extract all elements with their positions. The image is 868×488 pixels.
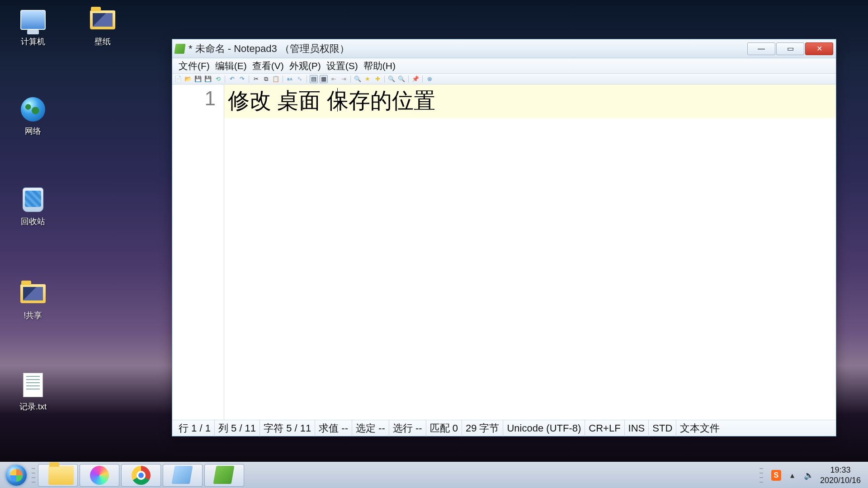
folder-icon <box>48 466 74 485</box>
pin-icon[interactable]: 📌 <box>411 75 420 83</box>
tray-grip[interactable] <box>760 466 763 484</box>
status-char[interactable]: 字符 5 / 11 <box>260 420 315 436</box>
desktop-icon-network[interactable]: 网络 <box>8 95 58 136</box>
titlebar[interactable]: * 未命名 - Notepad3 （管理员权限） — ▭ ✕ <box>172 39 836 58</box>
case-icon[interactable]: ᵇₐ <box>296 75 304 83</box>
desktop-icon-label: 网络 <box>25 126 41 136</box>
redo-icon[interactable]: ↷ <box>238 75 246 83</box>
taskbar-explorer[interactable] <box>38 464 78 487</box>
status-match[interactable]: 匹配 0 <box>426 420 462 436</box>
desktop-icon-notes[interactable]: 记录.txt <box>8 371 58 412</box>
minimize-button[interactable]: — <box>747 42 775 55</box>
status-sel[interactable]: 选定 -- <box>352 420 389 436</box>
undo-icon[interactable]: ↶ <box>228 75 236 83</box>
find-icon[interactable]: 🔍 <box>354 75 362 83</box>
toolbar: 📄 📂 💾 💾 ⟲ ↶ ↷ ✂ ⧉ 📋 ʙᴀ ᵇₐ ▤ ▦ ⇤ ⇥ 🔍 ★ ✚ … <box>172 74 836 84</box>
taskbar-notepad3[interactable] <box>204 464 244 487</box>
copy-icon[interactable]: ⧉ <box>262 75 270 83</box>
status-col[interactable]: 列 5 / 11 <box>215 420 260 436</box>
menubar: 文件(F) 编辑(E) 查看(V) 外观(P) 设置(S) 帮助(H) <box>172 58 836 74</box>
zoom-in-icon[interactable]: 🔍 <box>387 75 396 83</box>
indent-left-icon[interactable]: ⇤ <box>330 75 338 83</box>
indent-right-icon[interactable]: ⇥ <box>340 75 348 83</box>
revert-icon[interactable]: ⟲ <box>214 75 222 83</box>
text-content[interactable]: 修改 桌面 保存的位置 I <box>224 84 836 420</box>
monitor-icon <box>20 10 46 30</box>
close-button[interactable]: ✕ <box>805 42 833 55</box>
ime-icon[interactable]: S <box>771 470 781 480</box>
textfile-icon <box>23 373 43 397</box>
status-ins[interactable]: INS <box>625 420 649 436</box>
desktop-icon-label: 壁纸 <box>94 36 111 47</box>
saveall-icon[interactable]: 💾 <box>204 75 212 83</box>
taskbar-notepad[interactable] <box>163 464 203 487</box>
line-number: 1 <box>172 87 216 110</box>
clear-icon[interactable]: ⊗ <box>425 75 434 83</box>
whitespace-icon[interactable]: ▦ <box>320 75 328 83</box>
separator <box>307 75 307 83</box>
paste-icon[interactable]: 📋 <box>272 75 280 83</box>
editor-area: 1 修改 桌面 保存的位置 I <box>172 84 836 420</box>
desktop-icon-label: 记录.txt <box>19 401 47 412</box>
replace-icon[interactable]: ʙᴀ <box>286 75 294 83</box>
maximize-button[interactable]: ▭ <box>776 42 804 55</box>
windows-orb-icon <box>6 465 27 486</box>
desktop-icon-recyclebin[interactable]: 回收站 <box>8 185 58 227</box>
notepad-icon <box>171 466 193 484</box>
taskbar: S ▴ 🔈 19:33 2020/10/16 <box>0 462 868 488</box>
chrome-icon <box>132 466 151 485</box>
status-row[interactable]: 行 1 / 1 <box>175 420 215 436</box>
wordwrap-icon[interactable]: ▤ <box>310 75 318 83</box>
desktop-icon-computer[interactable]: 计算机 <box>8 5 58 47</box>
status-bytes[interactable]: 29 字节 <box>462 420 504 436</box>
system-tray: S ▴ 🔈 19:33 2020/10/16 <box>758 465 865 485</box>
favorite-icon[interactable]: ★ <box>363 75 372 83</box>
globe-icon <box>21 97 45 122</box>
clock-date: 2020/10/16 <box>820 475 861 486</box>
show-hidden-icon[interactable]: ▴ <box>788 470 797 480</box>
menu-appearance[interactable]: 外观(P) <box>287 58 324 74</box>
separator <box>408 75 409 83</box>
desktop-icon-label: 回收站 <box>21 216 45 227</box>
taskbar-browser[interactable] <box>80 464 119 487</box>
status-eol[interactable]: CR+LF <box>585 420 624 436</box>
menu-settings[interactable]: 设置(S) <box>324 58 361 74</box>
line-gutter: 1 <box>172 84 224 420</box>
text-caret <box>337 88 338 112</box>
start-button[interactable] <box>3 465 30 486</box>
zoom-out-icon[interactable]: 🔍 <box>397 75 406 83</box>
notepad3-icon <box>213 466 234 484</box>
status-eval[interactable]: 求值 -- <box>315 420 352 436</box>
separator <box>422 75 423 83</box>
save-icon[interactable]: 💾 <box>194 75 202 83</box>
new-icon[interactable]: 📄 <box>174 75 182 83</box>
status-type[interactable]: 文本文件 <box>676 420 723 436</box>
separator <box>225 75 225 83</box>
status-encoding[interactable]: Unicode (UTF-8) <box>503 420 585 436</box>
menu-edit[interactable]: 编辑(E) <box>212 58 250 74</box>
desktop-icon-share[interactable]: !共享 <box>8 279 58 321</box>
swirl-browser-icon <box>90 466 109 485</box>
separator <box>384 75 385 83</box>
menu-file[interactable]: 文件(F) <box>176 58 212 74</box>
separator <box>283 75 283 83</box>
statusbar: 行 1 / 1 列 5 / 11 字符 5 / 11 求值 -- 选定 -- 选… <box>172 420 836 436</box>
taskbar-clock[interactable]: 19:33 2020/10/16 <box>820 465 861 485</box>
menu-view[interactable]: 查看(V) <box>250 58 287 74</box>
open-icon[interactable]: 📂 <box>184 75 192 83</box>
taskbar-chrome[interactable] <box>121 464 161 487</box>
cut-icon[interactable]: ✂ <box>252 75 260 83</box>
desktop-icon-label: !共享 <box>24 310 42 321</box>
menu-help[interactable]: 帮助(H) <box>361 58 398 74</box>
status-sellines[interactable]: 选行 -- <box>389 420 426 436</box>
add-favorite-icon[interactable]: ✚ <box>373 75 382 83</box>
separator <box>350 75 351 83</box>
notepad3-window: * 未命名 - Notepad3 （管理员权限） — ▭ ✕ 文件(F) 编辑(… <box>172 39 836 436</box>
desktop-icon-label: 计算机 <box>21 36 45 47</box>
desktop-icon-wallpaper[interactable]: 壁纸 <box>78 5 127 47</box>
status-std[interactable]: STD <box>649 420 676 436</box>
window-title: * 未命名 - Notepad3 （管理员权限） <box>189 42 747 56</box>
volume-icon[interactable]: 🔈 <box>804 470 814 480</box>
app-icon <box>174 44 185 54</box>
text-line[interactable]: 修改 桌面 保存的位置 I <box>224 84 836 118</box>
